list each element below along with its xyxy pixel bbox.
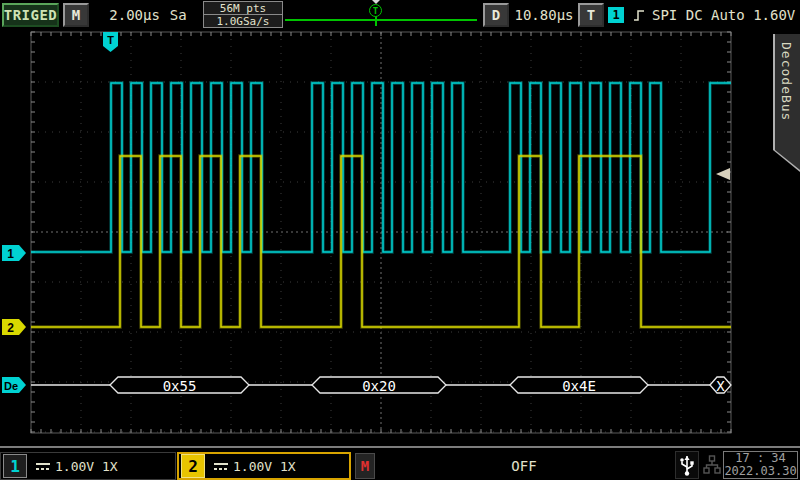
rising-edge-icon bbox=[632, 8, 647, 23]
decode-bus-tab[interactable]: DecodeBus bbox=[773, 34, 800, 172]
svg-text:T: T bbox=[107, 34, 114, 46]
channel2-button[interactable]: 2 bbox=[181, 454, 205, 478]
scope-screen: 120x550x200x4EXDeT bbox=[0, 0, 800, 446]
sample-rate: 1.0GSa/s bbox=[203, 14, 283, 28]
svg-text:2: 2 bbox=[7, 321, 14, 335]
timebase-value: 2.00µs bbox=[109, 7, 160, 23]
function-status: OFF bbox=[376, 452, 672, 480]
channel1-button[interactable]: 1 bbox=[3, 454, 27, 478]
trigger-position-ruler[interactable] bbox=[285, 19, 477, 21]
decode-value: 0x4E bbox=[562, 378, 596, 394]
decode-value: 0x20 bbox=[362, 378, 396, 394]
lan-icon bbox=[703, 454, 721, 476]
date-readout: 2022.03.30 bbox=[724, 465, 796, 478]
bottom-status-bar: 1 1.00V 1X 2 1.00V 1X M OFF bbox=[0, 446, 800, 480]
svg-text:De: De bbox=[4, 380, 18, 392]
level-arrow-icon[interactable] bbox=[716, 168, 730, 180]
dc-coupling-icon bbox=[213, 461, 229, 472]
usb-icon bbox=[679, 453, 695, 477]
trigger-source-badge: 1 bbox=[608, 7, 624, 23]
trigger-menu-button[interactable]: T bbox=[578, 3, 604, 27]
trigger-status-badge: TRIGED bbox=[2, 3, 59, 27]
trigger-position-flag[interactable]: T bbox=[103, 32, 118, 52]
memory-depth: 56M pts bbox=[203, 1, 283, 15]
decode-bus-badge[interactable]: De bbox=[2, 377, 26, 393]
channel1-scale: 1.00V 1X bbox=[55, 459, 118, 474]
acquisition-readout: 56M pts 1.0GSa/s bbox=[203, 1, 283, 29]
acquire-mode: Sa bbox=[170, 7, 187, 23]
math-channel-button[interactable]: M bbox=[355, 453, 375, 479]
channel1-section[interactable]: 1 1.00V 1X bbox=[0, 452, 176, 480]
trigger-position-marker[interactable]: T bbox=[369, 4, 382, 17]
dc-coupling-icon bbox=[35, 461, 51, 472]
svg-text:1: 1 bbox=[7, 247, 14, 261]
horizontal-menu-button[interactable]: M bbox=[63, 3, 89, 27]
top-status-bar: TRIGED M 2.00µs Sa 56M pts 1.0GSa/s T D … bbox=[0, 0, 800, 30]
datetime-readout: 17 : 34 2022.03.30 bbox=[723, 451, 798, 479]
trigger-delay-readout: 10.80µs bbox=[512, 3, 576, 27]
timebase-readout: 2.00µs Sa bbox=[96, 3, 200, 27]
channel2-scale: 1.00V 1X bbox=[233, 459, 296, 474]
channel2-section[interactable]: 2 1.00V 1X bbox=[177, 452, 351, 480]
ch1-position-badge[interactable]: 1 bbox=[2, 245, 26, 261]
ch2-position-badge[interactable]: 2 bbox=[2, 319, 26, 335]
trigger-settings-readout: SPI DC Auto 1.60V bbox=[652, 3, 795, 27]
lan-indicator bbox=[701, 451, 722, 479]
decode-value: 0x55 bbox=[163, 378, 197, 394]
usb-indicator bbox=[675, 451, 699, 479]
decode-value: X bbox=[716, 378, 725, 394]
decode-bus-tab-label: DecodeBus bbox=[779, 42, 794, 121]
delay-menu-button[interactable]: D bbox=[483, 3, 509, 27]
decode-bus: 0x550x200x4EX bbox=[31, 377, 731, 394]
